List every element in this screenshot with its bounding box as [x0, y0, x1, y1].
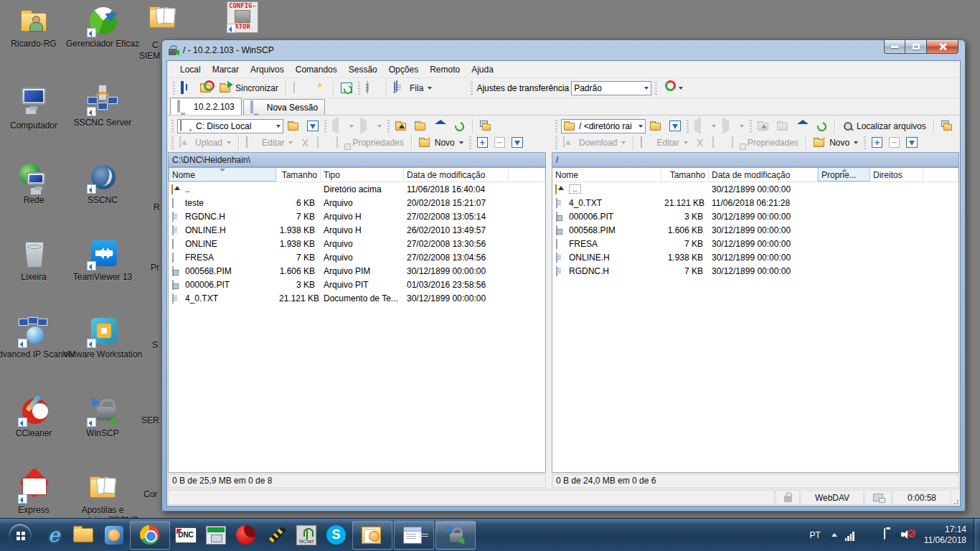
remote-properties-button[interactable]: Propriedades — [730, 136, 801, 150]
local-tree-button[interactable] — [478, 119, 495, 133]
taskbar-item-wmp[interactable] — [100, 521, 128, 550]
table-row[interactable]: 4_0.TXT21.121 KBDocumento de Te...30/12/… — [169, 291, 545, 305]
column-header-Data de modificação[interactable]: Data de modificação — [404, 168, 509, 182]
transfer-settings-select[interactable]: Padrão — [571, 81, 651, 95]
upload-button[interactable]: Upload — [177, 136, 233, 150]
new-session-icon-button[interactable] — [311, 81, 328, 95]
desktop-icon-sscnc[interactable]: SSCNC — [61, 162, 144, 205]
local-drive-select[interactable]: C: Disco Local — [177, 119, 283, 133]
synchronize-button[interactable]: Sincronizar — [217, 81, 281, 95]
taskbar-item-editor[interactable] — [394, 521, 434, 550]
table-row[interactable]: RGDNC.H7 KB30/12/1899 00:00:00 — [552, 264, 958, 278]
download-button[interactable]: Download — [561, 136, 628, 150]
menu-item-remoto[interactable]: Remoto — [424, 62, 466, 77]
local-home-dir-button[interactable] — [432, 119, 449, 133]
table-row[interactable]: ONLINE.H1.938 KBArquivo H26/02/2010 13:4… — [169, 223, 545, 237]
menu-item-opções[interactable]: Opções — [383, 62, 424, 77]
taskbar-item-rgdnc[interactable]: DNC — [171, 521, 200, 550]
column-header-spacer[interactable] — [923, 168, 958, 182]
table-row[interactable]: FRESA7 KBArquivo27/02/2008 13:04:56 — [169, 250, 545, 264]
local-delete-button[interactable]: X — [297, 136, 313, 150]
local-forward-button[interactable] — [358, 119, 384, 133]
column-header-Direitos[interactable]: Direitos — [870, 168, 923, 182]
remote-root-dir-button[interactable] — [775, 119, 792, 133]
volume-muted-icon[interactable] — [901, 529, 914, 542]
column-header-spacer[interactable] — [509, 168, 545, 182]
column-header-Proprie...[interactable]: Proprie... — [818, 168, 870, 182]
language-indicator[interactable]: PT — [804, 530, 826, 540]
start-button[interactable] — [6, 521, 34, 550]
taskbar-item-ncnet[interactable]: NCnet — [292, 521, 321, 550]
column-header-Nome[interactable]: Nome — [169, 168, 276, 182]
remote-open-dir-button[interactable] — [648, 119, 665, 133]
remote-filter-toolbar-button[interactable] — [904, 136, 920, 149]
minimize-button[interactable] — [884, 40, 905, 54]
menu-item-local[interactable]: Local — [174, 62, 207, 77]
table-row[interactable]: 000006.PIT3 KB30/12/1899 00:00:00 — [552, 209, 958, 223]
local-open-dir-button[interactable] — [286, 119, 303, 133]
close-button[interactable] — [926, 40, 958, 54]
local-root-dir-button[interactable] — [413, 119, 430, 133]
taskbar-item-ie[interactable]: e — [39, 521, 68, 550]
column-header-Data de modificação[interactable]: Data de modificação — [709, 168, 818, 182]
table-row[interactable]: teste6 KBArquivo20/02/2018 15:21:07 — [169, 196, 545, 209]
local-parent-dir-button[interactable] — [393, 119, 410, 133]
taskbar-item-red-app[interactable] — [232, 521, 260, 550]
table-row[interactable]: 000006.PIT3 KBArquivo PIT01/03/2016 23:5… — [169, 278, 545, 291]
local-refresh-button[interactable] — [451, 119, 467, 133]
table-row[interactable]: RGDNC.H7 KBArquivo H27/02/2008 13:05:14 — [169, 209, 545, 223]
remote-forward-button[interactable] — [720, 119, 746, 133]
desktop-icon-sscnc-server[interactable]: SSCNC Server — [61, 85, 144, 128]
local-unselect-button[interactable]: − — [492, 136, 507, 149]
menu-item-marcar[interactable]: Marcar — [207, 62, 245, 77]
find-files-button[interactable]: Localizar arquivos — [840, 119, 928, 133]
taskbar-item-heidenhain[interactable] — [202, 521, 230, 550]
table-row[interactable]: ONLINE.H1.938 KB30/12/1899 00:00:00 — [552, 250, 958, 264]
column-header-Nome[interactable]: Nome — [552, 168, 661, 182]
menu-item-arquivos[interactable]: Arquivos — [245, 62, 290, 77]
refresh-session-button[interactable] — [339, 81, 354, 95]
taskbar-clock[interactable]: 17:14 11/06/2018 — [917, 524, 974, 546]
taskbar-item-outlook[interactable] — [352, 521, 392, 550]
column-header-Tamanho[interactable]: Tamanho — [276, 168, 321, 182]
remote-rename-button[interactable] — [710, 136, 727, 150]
sync-browsing-button[interactable] — [179, 81, 196, 95]
column-header-Tamanho[interactable]: Tamanho — [661, 168, 709, 182]
show-desktop-button[interactable] — [974, 519, 980, 551]
remote-edit-button[interactable]: Editar — [639, 136, 689, 150]
preferences-button[interactable] — [364, 81, 381, 95]
desktop-icon-apostilas-e-exerc-cios-sscnc[interactable]: Apostilas e exercícios SSCNC — [61, 472, 144, 525]
local-properties-button[interactable]: Propriedades — [334, 136, 405, 150]
taskbar-item-winscp[interactable] — [435, 521, 476, 550]
remote-select-button[interactable]: + — [870, 136, 885, 149]
local-filter-button[interactable] — [305, 119, 321, 133]
resize-grip[interactable] — [951, 489, 960, 506]
action-center-flag-icon[interactable] — [864, 529, 877, 542]
remote-home-dir-button[interactable] — [794, 119, 811, 133]
desktop-icon-partial[interactable]: CONFIG-ATOR — [224, 1, 261, 33]
transfer-options-button[interactable] — [661, 81, 685, 95]
table-row[interactable]: ..Diretório acima11/06/2018 16:40:04 — [169, 182, 545, 196]
protocol-status[interactable]: WebDAV — [801, 490, 864, 505]
local-filter-toolbar-button[interactable] — [509, 136, 525, 149]
local-path-bar[interactable]: C:\DNC\Heidenhain\ — [168, 152, 546, 167]
local-edit-button[interactable]: Editar — [244, 136, 295, 150]
remote-path-bar[interactable]: / — [552, 152, 959, 167]
desktop-icon-teamviewer-13[interactable]: TeamViewer 13 — [61, 239, 144, 282]
menu-item-comandos[interactable]: Comandos — [290, 62, 343, 77]
console-button[interactable] — [291, 81, 308, 95]
maximize-button[interactable] — [905, 40, 926, 54]
desktop-icon-partial[interactable] — [143, 2, 181, 34]
session-tab[interactable]: 10.2.2.103 — [170, 98, 242, 115]
remote-tree-button[interactable] — [939, 119, 956, 133]
table-row[interactable]: 4_0.TXT21.121 KB11/06/2018 06:21:28 — [552, 196, 958, 209]
remote-dir-select[interactable]: / <diretório rai — [561, 119, 646, 133]
show-hidden-icons-button[interactable] — [831, 533, 837, 537]
desktop-icon-vmware-workstation[interactable]: VMware Workstation — [61, 316, 144, 359]
table-row[interactable]: ..30/12/1899 00:00:00 — [552, 182, 958, 196]
local-new-button[interactable]: Novo — [417, 136, 466, 150]
network-signal-icon[interactable] — [845, 531, 858, 541]
remote-parent-dir-button[interactable] — [755, 119, 773, 133]
menu-item-sessão[interactable]: Sessão — [343, 62, 383, 77]
queue-button[interactable]: Fila — [392, 81, 434, 95]
